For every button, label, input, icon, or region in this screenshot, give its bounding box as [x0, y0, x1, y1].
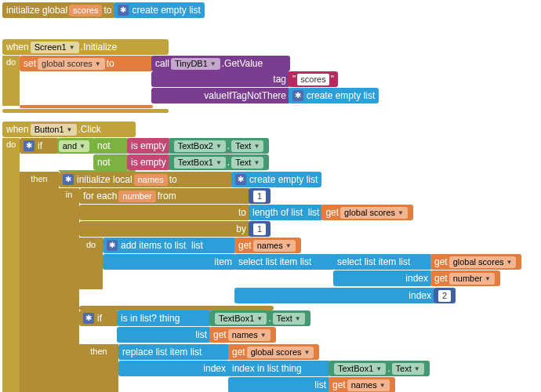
when-screen-init[interactable]: when Screen1▼ .Initialize — [2, 39, 169, 55]
gear-icon[interactable]: ✱ — [235, 174, 246, 185]
not-block2[interactable]: not — [93, 154, 129, 170]
select-inner[interactable]: select list item list — [333, 254, 432, 270]
indexinlist[interactable]: index in list thing — [228, 361, 330, 376]
tag-slot: tag — [151, 71, 290, 87]
not-block[interactable]: not — [93, 138, 129, 154]
kw-when: when — [6, 42, 29, 53]
number-var[interactable]: number — [118, 191, 155, 202]
string-scores-value[interactable]: scores — [297, 74, 329, 85]
get-names[interactable]: get names▼ — [234, 238, 301, 253]
call-tinydb-getvalue[interactable]: call TinyDB1▼ .GetValue — [151, 56, 290, 71]
list-slot: list — [117, 327, 211, 343]
select-outer[interactable]: select list item list — [234, 254, 335, 270]
gear-icon[interactable]: ✱ — [292, 90, 303, 101]
gear-icon[interactable]: ✱ — [63, 174, 74, 185]
names-dd[interactable]: names▼ — [253, 240, 296, 252]
set-global-scores[interactable]: set global scores▼ to — [20, 56, 153, 71]
text-dd3[interactable]: Text▼ — [273, 313, 305, 325]
then2-band: then — [79, 344, 118, 392]
textbox1-text[interactable]: TextBox1▼. Text▼ — [169, 154, 270, 170]
init-local-names[interactable]: ✱ initialize local names to — [59, 172, 233, 187]
isempty-block2[interactable]: is empty — [127, 154, 170, 170]
replace-list[interactable]: replace list item list — [118, 344, 230, 360]
item-slot: item — [103, 254, 236, 270]
num-1a[interactable]: 1 — [249, 188, 270, 204]
global-scores-dd2[interactable]: global scores▼ — [340, 207, 408, 219]
kw-to: to — [103, 5, 111, 16]
tb1-text2[interactable]: TextBox1▼. Text▼ — [209, 310, 310, 326]
get-gs3[interactable]: get global scores▼ — [228, 344, 319, 360]
gear-icon[interactable]: ✱ — [83, 313, 94, 324]
index-slot: index — [118, 361, 230, 376]
if2-block[interactable]: ✱ if — [79, 310, 118, 326]
getvalue-label: .GetValue — [222, 58, 263, 69]
list-slot2: list — [228, 377, 330, 392]
text-dd4[interactable]: Text▼ — [392, 363, 424, 375]
when-button-click[interactable]: when Button1▼ .Click — [2, 122, 136, 137]
gs-dd4[interactable]: global scores▼ — [247, 347, 314, 358]
get-global-scores[interactable]: get global scores▼ — [321, 205, 412, 220]
num-2[interactable]: 2 — [434, 288, 456, 303]
length-of-list[interactable]: length of list list — [249, 205, 323, 220]
names-dd3[interactable]: names▼ — [347, 379, 390, 391]
get-names2[interactable]: get names▼ — [209, 327, 276, 343]
create-empty-list2[interactable]: ✱ create empty list — [289, 88, 379, 103]
kw-call: call — [155, 58, 169, 69]
when-tail — [2, 109, 169, 113]
num-1b[interactable]: 1 — [249, 221, 270, 237]
screen1-dropdown[interactable]: Screen1▼ — [31, 42, 79, 53]
get-global-scores2[interactable]: get global scores▼ — [430, 254, 521, 270]
event-initialize: .Initialize — [81, 42, 118, 53]
init-global-block[interactable]: initialize global scores to — [2, 2, 115, 18]
gear-icon[interactable]: ✱ — [107, 240, 118, 251]
by-slot: by — [79, 221, 250, 237]
gs-dd3[interactable]: global scores▼ — [449, 256, 517, 268]
textbox2-text[interactable]: TextBox2▼. Text▼ — [169, 138, 270, 154]
do-band2: do — [2, 138, 20, 392]
tb1-dd2[interactable]: TextBox1▼ — [215, 313, 267, 325]
tb1-dd3[interactable]: TextBox1▼ — [334, 363, 386, 375]
tb2-dd[interactable]: TextBox2▼ — [174, 140, 226, 152]
do-band: do — [2, 56, 20, 106]
create-empty-list-block[interactable]: ✱ create empty list — [114, 2, 204, 18]
then-band: then — [20, 172, 59, 392]
get-number[interactable]: get number▼ — [430, 270, 500, 286]
add-items-list[interactable]: ✱ add items to list list — [103, 238, 236, 253]
kw-set: set — [24, 58, 36, 69]
index-inner: index — [333, 270, 432, 286]
kw-init-global: initialize global — [6, 5, 67, 16]
tinydb-dropdown[interactable]: TinyDB1▼ — [171, 58, 220, 70]
kw-to: to — [107, 58, 114, 69]
text-dd[interactable]: Text▼ — [231, 140, 263, 152]
text-dd2[interactable]: Text▼ — [231, 157, 263, 169]
and-block[interactable]: and▼ — [57, 138, 95, 154]
isinlist[interactable]: is in list? thing — [117, 310, 211, 326]
gear-icon[interactable]: ✱ — [24, 140, 34, 151]
create-empty-list-label: create empty list — [132, 5, 200, 16]
names-dd2[interactable]: names▼ — [228, 329, 270, 341]
names-var[interactable]: names — [134, 174, 168, 186]
index-outer: index — [234, 288, 435, 303]
create-empty-list3[interactable]: ✱ create empty list — [231, 172, 321, 187]
get-names3[interactable]: get names▼ — [329, 377, 395, 392]
foreach-block[interactable]: for each number from — [79, 188, 250, 204]
if-block[interactable]: ✱ if — [20, 138, 59, 154]
button1-dropdown[interactable]: Button1▼ — [31, 124, 77, 136]
and-dropdown[interactable]: and▼ — [59, 140, 89, 152]
global-scores-dropdown[interactable]: global scores▼ — [38, 58, 105, 70]
to-slot: to — [79, 205, 250, 220]
var-scores[interactable]: scores — [69, 5, 102, 16]
do-band3: do — [79, 238, 103, 289]
viftn-slot: valueIfTagNotThere — [151, 88, 290, 103]
set-tail — [20, 105, 153, 108]
in-band: in — [59, 188, 79, 392]
gear-icon[interactable]: ✱ — [118, 5, 129, 16]
tb1-dd[interactable]: TextBox1▼ — [174, 157, 226, 169]
number-dd[interactable]: number▼ — [449, 273, 495, 285]
isempty-block[interactable]: is empty — [127, 138, 170, 154]
tb1-text3[interactable]: TextBox1▼. Text▼ — [329, 361, 430, 376]
string-scores[interactable]: "scores" — [289, 71, 338, 87]
